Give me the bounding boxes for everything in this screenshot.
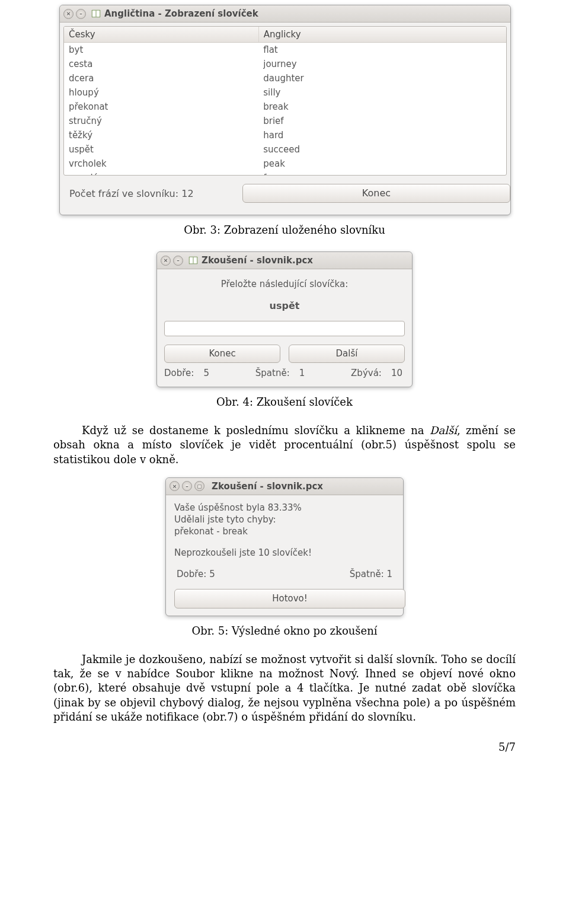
caption-fig4: Obr. 4: Zkoušení slovíček bbox=[53, 396, 516, 408]
titlebar: × – Angličtina - Zobrazení slovíček bbox=[60, 5, 510, 23]
app-icon bbox=[91, 8, 101, 19]
table-row[interactable]: dceradaughter bbox=[64, 71, 506, 85]
mistake-item: překonat - break bbox=[174, 526, 395, 537]
table-row[interactable]: těžkýhard bbox=[64, 128, 506, 142]
table-row[interactable]: stručnýbrief bbox=[64, 114, 506, 128]
bad-label: Špatně: bbox=[255, 368, 290, 378]
done-button[interactable]: Hotovo! bbox=[174, 589, 405, 608]
testing-window: × – Zkoušení - slovnik.pcx Přeložte násl… bbox=[156, 251, 413, 387]
end-button[interactable]: Konec bbox=[164, 345, 280, 363]
window-title: Angličtina - Zobrazení slovíček bbox=[104, 8, 258, 19]
test-word: uspět bbox=[164, 300, 405, 311]
left-label: Zbývá: bbox=[351, 368, 382, 378]
table-row[interactable]: cestajourney bbox=[64, 57, 506, 71]
not-tested-label: Neprozkoušeli jste 10 slovíček! bbox=[174, 547, 395, 558]
caption-fig5: Obr. 5: Výsledné okno po zkoušení bbox=[53, 625, 516, 637]
app-icon bbox=[188, 255, 199, 266]
table-row[interactable]: uspětsucceed bbox=[64, 142, 506, 157]
end-button[interactable]: Konec bbox=[242, 184, 510, 203]
prompt-label: Přeložte následující slovíčka: bbox=[164, 279, 405, 289]
minimize-icon[interactable]: – bbox=[173, 256, 183, 266]
result-window: × – ▢ Zkoušení - slovnik.pcx Vaše úspěšn… bbox=[165, 477, 404, 616]
good-summary: Dobře: 5 bbox=[177, 569, 215, 579]
paragraph-2: Jakmile je dozkoušeno, nabízí se možnost… bbox=[53, 652, 516, 724]
table-row[interactable]: překonatbreak bbox=[64, 100, 506, 114]
table-row[interactable]: vrcholekpeak bbox=[64, 157, 506, 171]
close-icon[interactable]: × bbox=[63, 9, 73, 19]
phrase-count: Počet frází ve slovníku: 12 bbox=[69, 188, 235, 199]
caption-fig3: Obr. 3: Zobrazení uloženého slovníku bbox=[53, 224, 516, 236]
bad-summary: Špatně: 1 bbox=[350, 569, 392, 579]
answer-input[interactable] bbox=[164, 321, 405, 336]
minimize-icon[interactable]: – bbox=[182, 481, 192, 491]
left-value: 10 bbox=[391, 368, 402, 378]
titlebar: × – ▢ Zkoušení - slovnik.pcx bbox=[166, 478, 403, 495]
mistakes-title: Udělali jste tyto chyby: bbox=[174, 514, 395, 525]
dictionary-window: × – Angličtina - Zobrazení slovíček Česk… bbox=[59, 5, 511, 215]
titlebar: × – Zkoušení - slovnik.pcx bbox=[157, 252, 412, 269]
col-czech[interactable]: Česky bbox=[64, 27, 258, 43]
table-row[interactable]: zmrzlýfrozen bbox=[64, 171, 506, 175]
close-icon[interactable]: × bbox=[161, 256, 171, 266]
col-english[interactable]: Anglicky bbox=[258, 27, 506, 43]
good-value: 5 bbox=[203, 368, 209, 378]
table-row[interactable]: bytflat bbox=[64, 43, 506, 58]
window-title: Zkoušení - slovnik.pcx bbox=[202, 255, 313, 266]
minimize-icon[interactable]: – bbox=[76, 9, 86, 19]
paragraph-1: Když už se dostaneme k poslednímu slovíč… bbox=[53, 423, 516, 467]
next-button[interactable]: Další bbox=[289, 345, 405, 363]
success-label: Vaše úspěšnost byla 83.33% bbox=[174, 502, 395, 513]
table-row[interactable]: hloupýsilly bbox=[64, 85, 506, 100]
bad-value: 1 bbox=[299, 368, 305, 378]
good-label: Dobře: bbox=[164, 368, 194, 378]
page-number: 5/7 bbox=[53, 741, 516, 753]
window-title: Zkoušení - slovnik.pcx bbox=[212, 481, 323, 492]
maximize-icon[interactable]: ▢ bbox=[194, 481, 204, 491]
dictionary-table: Česky Anglicky bytflat cestajourney dcer… bbox=[63, 26, 507, 176]
close-icon[interactable]: × bbox=[170, 481, 180, 491]
